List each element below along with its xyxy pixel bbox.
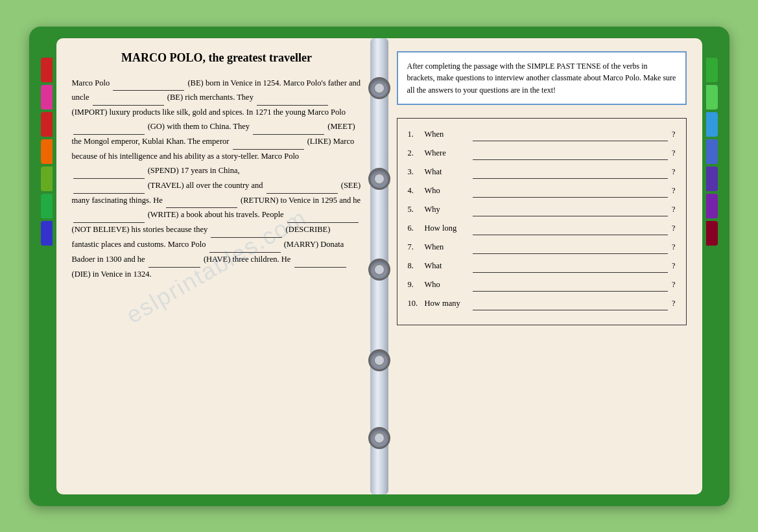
blank-9[interactable] <box>266 179 338 194</box>
text12: his stories because they <box>132 225 208 234</box>
instruction-box: After completing the passage with the SI… <box>397 51 687 106</box>
tab-right-4[interactable] <box>706 139 718 164</box>
verb6: (LIKE) <box>307 137 331 146</box>
tab-strip-right <box>706 38 718 494</box>
blank-16[interactable] <box>294 253 346 268</box>
q-mark: ? <box>672 278 676 291</box>
q-mark: ? <box>672 203 676 216</box>
tab-right-5[interactable] <box>706 167 718 191</box>
verb4: (GO) <box>148 122 165 131</box>
text11: a book about his travels. People <box>181 210 284 219</box>
ring-top <box>368 77 390 99</box>
tab-right-3[interactable] <box>706 112 718 137</box>
ring-mid <box>368 259 390 281</box>
blank-14[interactable] <box>209 238 281 253</box>
blank-7[interactable] <box>73 164 145 179</box>
q-mark: ? <box>672 222 676 235</box>
book-title: MARCO POLO, the greatest traveller <box>72 51 362 65</box>
tab-left-2[interactable] <box>41 85 53 110</box>
question-item: 9.Who ? <box>408 278 676 292</box>
q-mark: ? <box>672 184 676 197</box>
text13: fantastic places and customs. Marco Polo <box>72 240 206 249</box>
tab-left-6[interactable] <box>41 194 53 218</box>
tab-left-3[interactable] <box>41 112 53 137</box>
text15: three children. He <box>232 255 290 264</box>
tab-right-2[interactable] <box>706 85 718 110</box>
q-mark: ? <box>672 128 676 141</box>
q-mark: ? <box>672 259 676 272</box>
verb3: (IMPORT) <box>72 108 108 117</box>
q-blank-7[interactable] <box>473 240 668 254</box>
blank-12[interactable] <box>287 208 359 223</box>
question-item: 4.Who ? <box>408 184 676 198</box>
q-number: 1. <box>408 128 425 141</box>
blank-6[interactable] <box>233 135 304 150</box>
verb13: (DESCRIBE) <box>286 225 331 234</box>
q-number: 4. <box>408 184 425 197</box>
tab-left-5[interactable] <box>41 167 53 191</box>
right-page: After completing the passage with the SI… <box>377 38 702 494</box>
ring-mid-lower <box>368 349 390 371</box>
blank-10[interactable] <box>166 194 237 209</box>
tab-right-7[interactable] <box>706 221 718 246</box>
blank-15[interactable] <box>148 253 200 268</box>
blank-8[interactable] <box>73 179 145 194</box>
question-item: 2.Where ? <box>408 146 676 160</box>
question-item: 3.What ? <box>408 165 676 179</box>
q-number: 6. <box>408 222 425 235</box>
passage-intro: Marco Polo <box>72 78 110 87</box>
verb7: (SPEND) <box>148 166 179 175</box>
text16: in Venice in 1324. <box>93 270 152 279</box>
q-word: Why <box>425 203 470 216</box>
q-word: Who <box>425 184 470 197</box>
q-mark: ? <box>672 240 676 253</box>
q-word: What <box>425 259 470 272</box>
q-word: What <box>425 165 470 178</box>
tab-strip-left <box>41 38 53 494</box>
binder: MARCO POLO, the greatest traveller Marco… <box>29 27 729 506</box>
q-number: 2. <box>408 146 425 159</box>
instruction-text: After completing the passage with the SI… <box>407 62 676 95</box>
q-word: When <box>425 240 470 253</box>
q-blank-1[interactable] <box>473 128 668 141</box>
tab-right-1[interactable] <box>706 58 718 82</box>
verb14: (MARRY) <box>284 240 318 249</box>
blank-1[interactable] <box>113 76 184 91</box>
q-word: When <box>425 128 470 141</box>
tab-left-4[interactable] <box>41 139 53 164</box>
blank-5[interactable] <box>253 120 324 135</box>
verb15: (HAVE) <box>204 255 230 264</box>
q-blank-10[interactable] <box>473 297 668 310</box>
q-blank-5[interactable] <box>473 203 668 216</box>
verb10: (RETURN) <box>241 196 278 205</box>
blank-11[interactable] <box>73 208 145 223</box>
verb2: (BE) <box>167 93 183 102</box>
blank-2[interactable] <box>93 91 164 106</box>
q-blank-3[interactable] <box>473 165 668 179</box>
q-blank-8[interactable] <box>473 259 668 273</box>
q-number: 5. <box>408 203 425 216</box>
q-word: Where <box>425 146 470 159</box>
blank-4[interactable] <box>73 120 145 135</box>
q-blank-9[interactable] <box>473 278 668 292</box>
blank-3[interactable] <box>257 91 328 106</box>
blank-13[interactable] <box>211 223 282 238</box>
verb5: (MEET) <box>327 122 355 131</box>
text3: luxury products like silk, gold and spic… <box>109 108 346 117</box>
tab-left-1[interactable] <box>41 58 53 82</box>
text10: to Venice in 1295 and he <box>280 196 361 205</box>
q-blank-2[interactable] <box>473 146 668 160</box>
q-mark: ? <box>672 297 676 310</box>
tab-right-6[interactable] <box>706 194 718 218</box>
verb9: (SEE) <box>341 181 361 190</box>
q-blank-4[interactable] <box>473 184 668 198</box>
q-word: How many <box>425 297 470 310</box>
q-number: 3. <box>408 165 425 178</box>
verb12: (NOT BELIEVE) <box>72 225 130 234</box>
verb1: (BE) <box>187 78 203 87</box>
q-word: Who <box>425 278 470 291</box>
tab-left-7[interactable] <box>41 221 53 246</box>
q-blank-6[interactable] <box>473 222 668 235</box>
spine <box>360 38 399 494</box>
q-word: How long <box>425 222 470 235</box>
